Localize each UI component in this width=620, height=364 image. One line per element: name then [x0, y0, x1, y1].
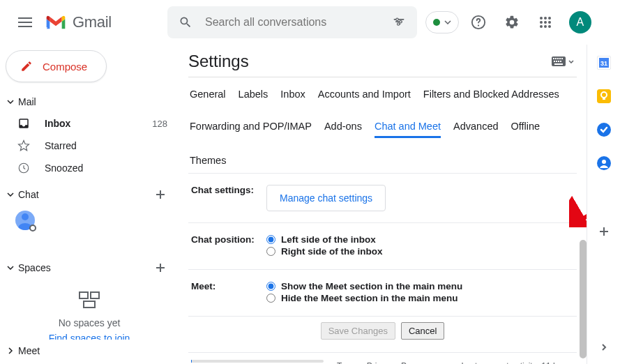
help-icon: [471, 15, 486, 30]
meet-row: Meet: Show the Meet section in the main …: [188, 270, 577, 317]
app-name: Gmail: [73, 13, 112, 31]
svg-rect-17: [84, 301, 95, 308]
status-active-icon: [433, 19, 440, 26]
search-options-icon[interactable]: [386, 10, 411, 35]
search-box[interactable]: [167, 6, 417, 38]
account-avatar[interactable]: A: [569, 11, 591, 33]
svg-point-7: [548, 17, 551, 20]
svg-rect-27: [560, 61, 561, 62]
svg-rect-28: [554, 63, 563, 65]
tab-advanced[interactable]: Advanced: [453, 116, 499, 138]
input-tools-button[interactable]: [549, 55, 577, 68]
svg-rect-22: [559, 58, 561, 59]
tab-inbox[interactable]: Inbox: [280, 84, 305, 104]
svg-point-6: [544, 17, 547, 20]
header: Gmail A: [0, 0, 620, 45]
search-icon[interactable]: [173, 10, 198, 35]
new-chat-button[interactable]: [151, 185, 170, 204]
sidebar-item-snoozed[interactable]: Snoozed: [0, 157, 179, 179]
storage-bar: [191, 360, 324, 363]
main-content: Settings GeneralLabelsInboxAccounts and …: [179, 45, 587, 364]
spaces-grid-icon: [78, 291, 100, 309]
svg-rect-24: [554, 61, 555, 62]
gear-icon: [504, 15, 520, 30]
tasks-app-icon[interactable]: [597, 123, 611, 137]
svg-rect-15: [80, 292, 88, 298]
svg-text:31: 31: [600, 60, 607, 67]
manage-chat-settings-button[interactable]: Manage chat settings: [266, 185, 386, 211]
cancel-button[interactable]: Cancel: [401, 322, 444, 340]
search-input[interactable]: [205, 16, 386, 29]
tab-accounts-and-import[interactable]: Accounts and Import: [318, 84, 411, 104]
gmail-logo[interactable]: Gmail: [45, 13, 112, 31]
chat-position-left[interactable]: Left side of the inbox: [266, 234, 574, 245]
compose-button[interactable]: Compose: [6, 50, 107, 82]
tab-themes[interactable]: Themes: [190, 151, 226, 170]
save-button: Save Changes: [321, 322, 395, 340]
contacts-app-icon[interactable]: [597, 156, 611, 170]
page-title: Settings: [188, 52, 549, 71]
tab-offline[interactable]: Offline: [511, 116, 540, 138]
spaces-empty: No spaces yet Find spaces to join: [0, 291, 179, 340]
meet-show[interactable]: Show the Meet section in the main menu: [266, 281, 574, 291]
chat-position-right[interactable]: Right side of the inbox: [266, 246, 574, 257]
chat-section-header[interactable]: Chat: [0, 183, 179, 205]
calendar-app-icon[interactable]: 31: [597, 56, 611, 70]
tab-filters-and-blocked-addresses[interactable]: Filters and Blocked Addresses: [423, 84, 559, 104]
tab-chat-and-meet[interactable]: Chat and Meet: [375, 116, 441, 138]
svg-point-11: [540, 25, 543, 28]
svg-point-2: [397, 23, 399, 25]
status-chip[interactable]: [425, 11, 459, 33]
find-spaces-link[interactable]: Find spaces to join: [49, 333, 130, 340]
hide-side-panel-button[interactable]: [591, 335, 617, 360]
hamburger-icon: [18, 17, 32, 27]
apps-button[interactable]: [531, 8, 559, 36]
chat-user-avatar[interactable]: [15, 211, 35, 230]
svg-point-1: [400, 21, 402, 23]
footer-links[interactable]: Terms · Privacy · Program Policies: [336, 360, 434, 364]
svg-rect-25: [556, 61, 557, 62]
sidebar: Compose Mail Inbox128StarredSnoozed Chat…: [0, 45, 179, 364]
keep-app-icon[interactable]: [597, 89, 611, 103]
svg-rect-26: [558, 61, 559, 62]
support-button[interactable]: [464, 8, 492, 36]
svg-rect-23: [561, 58, 563, 59]
chevron-down-icon: [7, 100, 14, 104]
apps-grid-icon: [539, 16, 552, 29]
new-space-button[interactable]: [151, 258, 170, 278]
tab-add-ons[interactable]: Add-ons: [324, 116, 362, 138]
side-panel: 31: [587, 45, 620, 364]
tab-labels[interactable]: Labels: [239, 84, 269, 104]
meet-hide[interactable]: Hide the Meet section in the main menu: [266, 293, 574, 303]
presence-indicator: [29, 225, 36, 232]
get-addons-button[interactable]: [597, 225, 611, 238]
sidebar-item-inbox[interactable]: Inbox128: [0, 112, 179, 135]
meet-section-header[interactable]: Meet: [0, 340, 179, 361]
svg-point-38: [602, 160, 606, 164]
pencil-icon: [20, 60, 33, 73]
compose-label: Compose: [43, 61, 87, 73]
tab-forwarding-and-pop-imap[interactable]: Forwarding and POP/IMAP: [190, 116, 312, 138]
mail-section-header[interactable]: Mail: [0, 91, 179, 112]
svg-point-8: [540, 21, 543, 24]
settings-button[interactable]: [498, 8, 526, 36]
svg-rect-35: [603, 98, 605, 100]
main-menu-button[interactable]: [8, 6, 42, 39]
form-buttons: Save Changes Cancel: [188, 317, 577, 353]
chevron-right-icon: [8, 347, 13, 354]
svg-rect-21: [557, 58, 559, 59]
tab-general[interactable]: General: [190, 84, 226, 104]
clock-icon: [15, 162, 32, 174]
scrollbar[interactable]: [580, 240, 587, 358]
footer-activity: Last account activity: 11 hours ago Deta…: [446, 360, 574, 364]
chevron-down-icon: [444, 20, 451, 24]
sidebar-item-starred[interactable]: Starred: [0, 135, 179, 157]
storage-info: 0.03 GB of 15 GB used: [191, 360, 324, 364]
svg-point-5: [540, 17, 543, 20]
inbox-icon: [15, 117, 32, 130]
chevron-down-icon: [7, 266, 14, 270]
spaces-section-header[interactable]: Spaces: [0, 257, 179, 278]
chat-position-row: Chat position: Left side of the inbox Ri…: [188, 223, 577, 270]
settings-tabs: GeneralLabelsInboxAccounts and ImportFil…: [188, 82, 577, 174]
header-actions: A: [464, 8, 591, 36]
